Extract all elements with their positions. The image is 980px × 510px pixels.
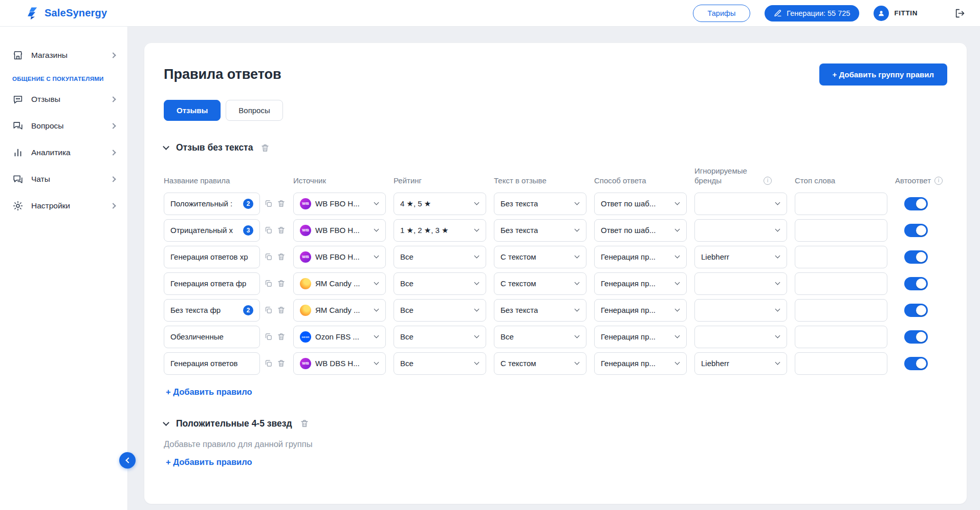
autoreply-toggle[interactable] (904, 224, 928, 237)
reply-method-select[interactable]: Генерация пр... (594, 352, 687, 375)
review-text-select[interactable]: Без текста (494, 193, 586, 215)
rule-name-field[interactable]: Обезличенные (164, 326, 260, 348)
rule-name-field[interactable]: Генерация ответов хр (164, 246, 260, 268)
delete-group-button[interactable] (260, 143, 270, 153)
sidebar-collapse-button[interactable] (119, 452, 136, 469)
stop-words-input[interactable] (795, 326, 887, 348)
tab-reviews[interactable]: Отзывы (164, 100, 221, 121)
rating-select[interactable]: Все (394, 352, 486, 375)
stop-words-input[interactable] (795, 352, 887, 375)
stop-words-input[interactable] (795, 246, 887, 268)
autoreply-toggle[interactable] (904, 197, 928, 210)
source-value: WB FBO Н... (315, 226, 360, 235)
sidebar-item-settings[interactable]: Настройки (0, 193, 127, 219)
collapse-group-icon[interactable] (163, 419, 169, 426)
copy-rule-button[interactable] (264, 306, 273, 314)
copy-rule-button[interactable] (264, 199, 273, 208)
ignored-brands-select[interactable]: Liebherr (694, 246, 787, 268)
ignored-brands-select[interactable] (694, 272, 787, 295)
rule-name-field[interactable]: Положительный : 2 (164, 193, 260, 215)
chevron-down-icon (675, 280, 680, 285)
reply-method-select[interactable]: Ответ по шаб... (594, 193, 687, 215)
reply-method-select[interactable]: Генерация пр... (594, 299, 687, 322)
source-select[interactable]: ЯМ Candy ... (293, 272, 386, 295)
info-icon[interactable]: i (934, 177, 943, 185)
reply-method-select[interactable]: Генерация пр... (594, 326, 687, 348)
tab-questions[interactable]: Вопросы (226, 100, 282, 121)
source-select[interactable]: ЯМ Candy ... (293, 299, 386, 322)
source-select[interactable]: WBWB FBO Н... (293, 219, 386, 242)
stop-words-input[interactable] (795, 219, 887, 242)
rating-select[interactable]: Все (394, 246, 486, 268)
rating-select[interactable]: Все (394, 299, 486, 322)
add-rule-button[interactable]: + Добавить правило (166, 387, 252, 397)
rating-select[interactable]: 1 ★, 2 ★, 3 ★ (394, 219, 486, 242)
rule-name-field[interactable]: Генерация ответа фр (164, 272, 260, 295)
delete-rule-button[interactable] (277, 199, 286, 208)
sidebar-item-reviews[interactable]: Отзывы (0, 86, 127, 113)
review-text-select[interactable]: С текстом (494, 272, 586, 295)
reply-method-select[interactable]: Ответ по шаб... (594, 219, 687, 242)
ignored-brands-select[interactable] (694, 193, 787, 215)
add-rule-button[interactable]: + Добавить правило (166, 457, 252, 467)
generations-button[interactable]: Генерации: 55 725 (765, 5, 859, 22)
rule-name-field[interactable]: Без текста фр 2 (164, 299, 260, 322)
sidebar-item-questions[interactable]: Вопросы (0, 113, 127, 139)
copy-rule-button[interactable] (264, 332, 273, 341)
ignored-brands-select[interactable] (694, 219, 787, 242)
trash-icon (277, 226, 286, 235)
reply-method-select[interactable]: Генерация пр... (594, 246, 687, 268)
ignored-brands-select[interactable] (694, 299, 787, 322)
delete-rule-button[interactable] (277, 332, 286, 341)
delete-rule-button[interactable] (277, 252, 286, 261)
delete-rule-button[interactable] (277, 306, 286, 314)
copy-rule-button[interactable] (264, 359, 273, 368)
sidebar-item-analytics[interactable]: Аналитика (0, 139, 127, 166)
autoreply-toggle[interactable] (904, 304, 928, 317)
brand-logo[interactable]: SaleSynergy (26, 6, 107, 20)
copy-rule-button[interactable] (264, 252, 273, 261)
copy-rule-button[interactable] (264, 226, 273, 235)
logout-button[interactable] (954, 8, 966, 19)
source-select[interactable]: ozonOzon FBS ... (293, 326, 386, 348)
review-text-select[interactable]: С текстом (494, 246, 586, 268)
ignored-brands-select[interactable]: Liebherr (694, 352, 787, 375)
reply-method-select[interactable]: Генерация пр... (594, 272, 687, 295)
review-text-select[interactable]: Без текста (494, 299, 586, 322)
account-menu[interactable]: FITTIN (874, 6, 918, 21)
stop-words-input[interactable] (795, 272, 887, 295)
rating-select[interactable]: 4 ★, 5 ★ (394, 193, 486, 215)
add-rule-group-button[interactable]: + Добавить группу правил (819, 63, 947, 86)
source-select[interactable]: WBWB FBO Н... (293, 246, 386, 268)
sidebar-item-chats[interactable]: Чаты (0, 166, 127, 193)
delete-rule-button[interactable] (277, 279, 286, 288)
copy-rule-button[interactable] (264, 279, 273, 288)
chevron-down-icon (474, 333, 480, 338)
review-text-select[interactable]: С текстом (494, 352, 586, 375)
ignored-brands-select[interactable] (694, 326, 787, 348)
review-text-select[interactable]: Без текста (494, 219, 586, 242)
stop-words-input[interactable] (795, 299, 887, 322)
tariffs-button[interactable]: Тарифы (693, 5, 751, 22)
delete-group-button[interactable] (300, 419, 309, 428)
delete-rule-button[interactable] (277, 226, 286, 235)
autoreply-toggle[interactable] (904, 330, 928, 344)
collapse-group-icon[interactable] (163, 143, 169, 150)
autoreply-toggle[interactable] (904, 357, 928, 370)
info-icon[interactable]: i (764, 177, 772, 185)
rating-select[interactable]: Все (394, 272, 486, 295)
rule-name-field[interactable]: Генерация ответов (164, 352, 260, 375)
review-text-value: Все (500, 332, 514, 341)
rating-select[interactable]: Все (394, 326, 486, 348)
autoreply-toggle[interactable] (904, 250, 928, 264)
rule-name-field[interactable]: Отрицательный х 3 (164, 219, 260, 242)
sidebar-item-shops[interactable]: Магазины (0, 42, 127, 69)
review-text-select[interactable]: Все (494, 326, 586, 348)
stop-words-input[interactable] (795, 193, 887, 215)
sidebar-item-label: Магазины (31, 51, 103, 60)
autoreply-toggle[interactable] (904, 277, 928, 290)
delete-rule-button[interactable] (277, 359, 286, 368)
source-select[interactable]: WBWB DBS Н... (293, 352, 386, 375)
sidebar: Магазины ОБЩЕНИЕ С ПОКУПАТЕЛЯМИ Отзывы В… (0, 27, 128, 510)
source-select[interactable]: WBWB FBO Н... (293, 193, 386, 215)
